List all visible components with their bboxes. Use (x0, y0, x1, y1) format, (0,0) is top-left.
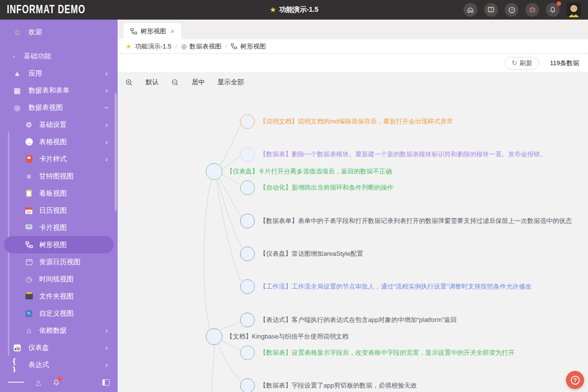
question-circle-icon: ? (570, 375, 581, 386)
app-logo: INFORMAT DEMO (7, 3, 85, 17)
breadcrumb-separator: / (175, 43, 177, 50)
sidebar-item-dependent-data[interactable]: ⌂ 依赖数据 › (0, 322, 118, 339)
tree-node-label[interactable]: 【数据表】字段设置了app剪切板的数据，必填校验无效 (260, 381, 417, 390)
sidebar-item-grid-view[interactable]: → 表格视图 › (0, 133, 118, 150)
tree-node-label[interactable]: 【仪表盘】卡片打开分离多选值选项后，返回的数据不正确 (226, 167, 392, 176)
gear-icon: ⚙ (24, 121, 33, 129)
tab-tree-view[interactable]: 树形视图 × (123, 23, 181, 39)
sidebar-item-label: 数据表和表单 (28, 86, 105, 95)
assistant-button[interactable] (525, 3, 539, 17)
home-outline-icon: ⌂ (24, 326, 33, 335)
sidebar-item-tables-forms[interactable]: ▦ 数据表和表单 › (0, 82, 118, 99)
sidebar-item-table-views[interactable]: ◎ 数据表视图 › (0, 99, 118, 116)
tree-node-label[interactable]: 【数据表单】表单中的子表字段和打开数据记录列表打开的数据弹窗需要支持过滤后保留上… (260, 217, 572, 225)
sidebar-item-label: 资源日历视图 (39, 258, 112, 267)
tree-view-icon (231, 43, 237, 49)
tree-node[interactable] (240, 313, 255, 327)
breadcrumb-item-tree-view[interactable]: 树形视图 (231, 42, 266, 51)
refresh-icon: ↻ (512, 59, 517, 67)
tree-node[interactable] (240, 180, 255, 195)
card-style-icon (24, 155, 33, 164)
home-button[interactable] (464, 3, 477, 17)
zoom-default-button[interactable]: 默认 (146, 78, 159, 87)
breadcrumb-label: 数据表视图 (190, 42, 221, 51)
sidebar-item-timeline-view[interactable]: ◷ 时间线视图 (0, 270, 118, 288)
chevron-right-icon: › (105, 86, 112, 95)
chevron-right-icon: › (105, 138, 112, 147)
tree-node-label[interactable]: 【文档】Kingbase与织信平台使用说明文档 (226, 332, 348, 341)
chevron-right-icon: › (105, 343, 112, 352)
sidebar-item-label: 仪表盘 (28, 343, 105, 352)
refresh-button[interactable]: ↻ 刷新 (505, 57, 539, 70)
sidebar-item-label: 甘特图视图 (39, 172, 112, 181)
sidebar-item-tree-view[interactable]: 树形视图 (4, 236, 114, 253)
tab-label: 树形视图 (141, 27, 166, 36)
body-row: ☺ 欢迎 › 基础功能 ▲ 应用 › ▦ 数据表和表单 › (0, 20, 588, 392)
user-avatar[interactable] (566, 2, 581, 17)
sidebar-item-folder-view[interactable]: 文件夹视图 (0, 288, 118, 305)
tree-view-icon (24, 241, 33, 249)
zoom-in-icon (125, 79, 133, 86)
zoom-out-button[interactable] (172, 79, 179, 86)
sidebar-group-basic-functions[interactable]: › 基础功能 (0, 48, 118, 65)
sidebar-item-label: 表达式 (28, 361, 105, 369)
feedback-button[interactable]: ? (484, 3, 498, 17)
tree-node-label[interactable]: 【数据表】设置表格显示字段后，改变表格中字段的宽度，显示设置中的开关全部变为打开 (260, 348, 514, 357)
sidebar-item-dashboard[interactable]: 仪表盘 › (0, 339, 118, 356)
canvas-toolbar: 默认 居中 显示全部 (125, 78, 244, 87)
close-icon[interactable]: × (170, 27, 174, 35)
tree-node[interactable] (240, 279, 255, 294)
sidebar-item-apps[interactable]: ▲ 应用 › (0, 65, 118, 82)
tree-node[interactable] (240, 147, 255, 162)
breadcrumb-item-workspace[interactable]: ★ 功能演示-1.5 (125, 42, 172, 51)
center-button[interactable]: 居中 (192, 78, 205, 87)
tree-node[interactable] (240, 378, 255, 392)
view-icon: ◎ (181, 43, 186, 50)
tree-node-label[interactable]: 【说明文档】说明文档的md编辑器保存后，重新打开会出现样式异常 (260, 117, 453, 126)
breadcrumb-item-table-views[interactable]: ◎ 数据表视图 (181, 42, 221, 51)
notifications-button[interactable] (546, 3, 560, 17)
sidebar-item-expression[interactable]: { } 表达式 › (0, 356, 118, 372)
tree-node[interactable] (206, 163, 222, 180)
sidebar-item-label: 时间线视图 (39, 275, 112, 284)
table-icon: ▦ (13, 86, 22, 95)
tree-node-label[interactable]: 【数据表】删除一个数据表模块。重新建一个新的数据表模块标识符和删除的模块一直。发… (260, 150, 546, 159)
sidebar-item-resource-calendar-view[interactable]: 资源日历视图 (0, 253, 118, 270)
sidebar-item-card-style[interactable]: 卡片样式 › (0, 150, 118, 168)
triangle-icon[interactable]: △ (36, 378, 41, 386)
sidebar-item-custom-view[interactable]: ✎ 自定义视图 (0, 305, 118, 322)
sidebar-item-card-view[interactable]: 卡片视图 (0, 219, 118, 236)
tree-node-label[interactable]: 【工作流】工作流全局设置的节点审批人，通过“流程实例执行设置”调整时支持按照条件… (260, 282, 532, 291)
sidebar-item-basic-settings[interactable]: ⚙ 基础设置 › (0, 116, 118, 133)
tree-node[interactable] (240, 214, 255, 228)
tree-canvas[interactable]: 默认 居中 显示全部 (118, 72, 588, 392)
sidebar-item-label: 日历视图 (39, 206, 112, 215)
tree-node-label[interactable]: 【仪表盘】雷达图增加areaStyle配置 (260, 249, 363, 258)
sidebar-scrollbar[interactable] (115, 93, 117, 211)
header-actions: ? ? (464, 2, 588, 17)
tree-node[interactable] (240, 345, 255, 360)
tree-node[interactable] (206, 328, 222, 345)
sidebar-item-kanban-view[interactable]: 看板视图 (0, 185, 118, 202)
tree-node-label[interactable]: 【表达式】客户端执行的表达式在包含app对象的中增加“platform”返回 (260, 316, 457, 324)
workspace-title-text: 功能演示-1.5 (279, 5, 318, 14)
show-all-button[interactable]: 显示全部 (218, 78, 244, 87)
help-fab-button[interactable]: ? (566, 371, 584, 389)
notification-badge (557, 1, 561, 6)
tree-node[interactable] (240, 114, 255, 129)
help-button[interactable]: ? (505, 3, 518, 17)
sidebar-item-welcome[interactable]: ☺ 欢迎 (0, 24, 118, 41)
tree-node-label[interactable]: 【自动化】新增跳出当前循环和条件判断的操作 (260, 183, 393, 192)
main-column: 树形视图 × ★ 功能演示-1.5 / ◎ 数据表视图 / 树形视图 (118, 20, 588, 392)
gantt-lines-icon: ≡ (24, 172, 33, 181)
menu-lines-icon[interactable] (8, 381, 24, 384)
footer-bell-icon[interactable] (53, 379, 60, 386)
home-icon (467, 6, 474, 13)
tree-node[interactable] (240, 246, 255, 261)
sidebar-item-label: 数据表视图 (28, 103, 105, 112)
collapse-sidebar-icon[interactable] (102, 379, 110, 386)
sidebar-item-label: 卡片视图 (39, 223, 112, 232)
sidebar-item-calendar-view[interactable]: 17 日历视图 (0, 202, 118, 219)
zoom-in-button[interactable] (125, 79, 133, 86)
sidebar-item-gantt-view[interactable]: ≡ 甘特图视图 (0, 168, 118, 185)
